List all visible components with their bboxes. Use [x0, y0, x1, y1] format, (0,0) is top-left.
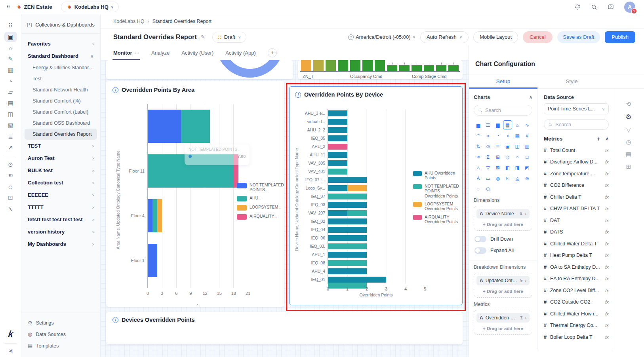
dimensions-dropzone[interactable]: A Device Name ⇅ › + Drag or add here — [474, 206, 532, 231]
sidebar-group-favorites[interactable]: Favorites› — [25, 38, 97, 50]
footer-item-settings[interactable]: ⚙Settings — [27, 317, 95, 329]
dimension-chip-device-name[interactable]: A Device Name ⇅ › — [476, 209, 530, 218]
sidebar-item[interactable]: Standard Overrides Report — [25, 129, 97, 140]
bar-ieq-06[interactable] — [328, 234, 367, 242]
chart-type-icon[interactable]: ◬ — [513, 174, 522, 183]
search-icon[interactable] — [591, 4, 597, 10]
chart-type-icon[interactable]: ☰ — [484, 120, 493, 129]
publish-button[interactable]: Publish — [605, 31, 635, 43]
info-icon[interactable]: i — [112, 317, 118, 323]
formula-icon[interactable]: fx — [605, 253, 609, 258]
auto-refresh-button[interactable]: Auto Refresh ∨ — [420, 31, 469, 43]
chart-type-icon[interactable]: ▆ — [493, 120, 502, 129]
chart-type-icon[interactable]: ◔ — [493, 131, 502, 140]
bar-vav-207[interactable] — [328, 209, 367, 217]
grid-view-icon[interactable]: ⊞ — [626, 163, 631, 170]
collapse-icon[interactable]: ∧ — [606, 136, 609, 141]
chart-type-icon[interactable]: ◨ — [513, 163, 522, 172]
info-icon[interactable]: i — [112, 87, 118, 93]
bar-ieq-08[interactable] — [328, 259, 367, 267]
formula-icon[interactable]: fx — [605, 171, 609, 176]
org-switcher[interactable]: KodeLabs HQ ∨ — [61, 2, 119, 12]
sort-icon[interactable]: ⇅ — [519, 212, 522, 216]
chart-type-icon[interactable]: ▅ — [474, 120, 483, 129]
sidebar-item[interactable]: Standard Comfort (%) — [25, 95, 97, 106]
sidebar-group[interactable]: My Dashboards› — [25, 238, 97, 250]
chart-type-icon[interactable]: Σ — [484, 152, 493, 161]
bar-segment[interactable] — [328, 144, 347, 150]
info-icon[interactable]: i — [295, 92, 301, 98]
notifications-icon[interactable] — [574, 4, 581, 10]
footer-item-templates[interactable]: ▤Templates — [27, 340, 95, 351]
chart-type-icon[interactable]: ◑ — [503, 131, 512, 140]
legend-item[interactable]: AHU . — [237, 196, 289, 201]
sidebar-item[interactable]: Energy & Utilities Standard ... — [25, 62, 97, 73]
formula-icon[interactable]: fx — [605, 195, 609, 199]
expand-all-toggle[interactable] — [474, 247, 486, 254]
chart-type-icon[interactable]: ▤ — [503, 120, 512, 129]
metric-item[interactable]: #EA to RA Enthalpy D...fx — [544, 273, 609, 285]
sidebar-item[interactable]: Standard Network Health — [25, 84, 97, 95]
bar-segment[interactable] — [157, 199, 162, 232]
users-icon[interactable]: ☺ — [4, 182, 17, 192]
tab-style[interactable]: Style — [537, 74, 606, 88]
notes-icon[interactable]: ≣ — [4, 131, 17, 142]
bar-segment[interactable] — [347, 210, 367, 216]
clipboard-icon[interactable]: ▤ — [4, 98, 17, 108]
bar-ieq-03[interactable] — [328, 201, 367, 209]
tab-activity-user-[interactable]: Activity (User) — [181, 46, 213, 60]
metric-item[interactable]: #Discharge Airflow D...fx — [544, 156, 609, 168]
bar-ahu-3[interactable] — [328, 142, 347, 151]
broadcast-icon[interactable]: ∿ — [4, 204, 17, 214]
legend-item[interactable]: LOOPSYSTEM . — [237, 205, 289, 211]
chart-card-devices-overridden[interactable]: i Devices Overridden Points — [106, 312, 463, 344]
bar-segment[interactable] — [148, 244, 157, 277]
sidebar-group[interactable]: BULK test› — [25, 164, 97, 177]
app-grid-icon[interactable]: ⠿ — [6, 4, 10, 10]
chevron-right-icon[interactable]: › — [525, 279, 526, 283]
sidebar-item[interactable]: Standard Comfort (Label) — [25, 106, 97, 118]
filter-icon[interactable]: ▽ — [626, 126, 631, 133]
bar-segment[interactable] — [328, 277, 386, 283]
chart-type-icon[interactable]: ◩ — [522, 163, 532, 172]
chart-type-icon[interactable]: ⊠ — [493, 163, 502, 172]
footer-item-data-sources[interactable]: ◍Data Sources — [27, 329, 95, 340]
sidebar-group[interactable]: Collection test› — [25, 177, 97, 189]
sidebar-group[interactable]: TEST› — [25, 140, 97, 152]
sidebar-item[interactable]: Standard OSS Dashboard — [25, 118, 97, 129]
bar-segment[interactable] — [328, 119, 347, 125]
legend-item[interactable]: AIRQUALITY Overridden Points — [413, 215, 459, 224]
metric-item[interactable]: #Zone temperature ...fx — [544, 168, 609, 180]
sidebar-group[interactable]: tetstt test test test test› — [25, 213, 97, 226]
chart-type-icon[interactable]: △ — [474, 163, 483, 172]
metric-item[interactable]: #Heat Pump Delta Tfx — [544, 250, 609, 262]
reports-icon[interactable]: ↗ — [4, 142, 17, 153]
chart-type-icon[interactable]: ⌂ — [513, 120, 522, 129]
bar-ieq-07[interactable] — [328, 192, 367, 201]
bar-vav-401[interactable] — [328, 167, 347, 176]
brand[interactable]: ZEN Estate — [16, 4, 52, 10]
bar-segment[interactable] — [328, 169, 347, 175]
chart-type-icon[interactable]: ⊛ — [522, 174, 532, 183]
chart-type-icon[interactable]: ⊡ — [503, 174, 512, 183]
bar-floor-1[interactable] — [148, 244, 157, 277]
chart-type-icon[interactable]: ⊞ — [493, 152, 502, 161]
partial-donut-card[interactable] — [106, 60, 293, 79]
edit-title-icon[interactable]: ✎ — [201, 34, 205, 40]
bar-segment[interactable] — [328, 135, 347, 141]
layers-icon[interactable]: ≋ — [4, 171, 17, 181]
chart-type-icon[interactable]: ≋ — [474, 152, 483, 161]
chart-type-icon[interactable]: ◍ — [493, 174, 502, 183]
bar-ieq-04[interactable] — [328, 226, 367, 234]
bar-ahu-11[interactable] — [328, 151, 347, 159]
bar-segment[interactable] — [152, 199, 157, 232]
chart-type-icon[interactable]: ◫ — [513, 142, 522, 151]
history-icon[interactable]: ◷ — [626, 139, 631, 146]
chart-type-icon[interactable]: ⊙ — [484, 142, 493, 151]
metric-item[interactable]: #Chiller Delta Tfx — [544, 191, 609, 203]
chart-type-icon[interactable]: ≈ — [484, 131, 493, 140]
timezone-selector[interactable]: ? America/Detroit (-05:00) ∨ — [348, 34, 415, 40]
chart-type-icon[interactable]: ⬡ — [484, 184, 493, 194]
schedule-icon[interactable]: ▧ — [4, 120, 17, 131]
refresh-icon[interactable]: ⟲ — [626, 101, 631, 108]
